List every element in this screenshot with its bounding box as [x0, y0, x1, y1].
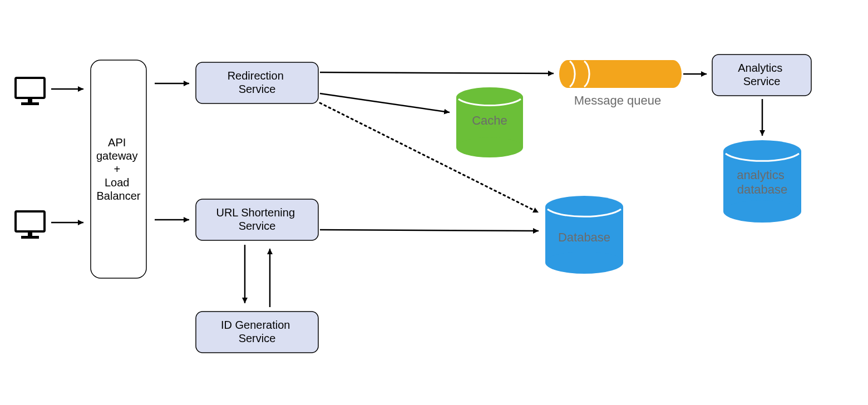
analytics-service-box: Analytics Service [712, 55, 811, 96]
svg-rect-5 [21, 236, 39, 239]
svg-rect-4 [28, 231, 32, 236]
svg-point-18 [723, 200, 801, 223]
svg-point-16 [545, 196, 623, 218]
message-queue-label: Message queue [574, 93, 662, 107]
svg-point-13 [456, 87, 523, 107]
client-icon-1 [16, 78, 45, 105]
analytics-db-cylinder: analytics database [723, 140, 801, 223]
redirection-service-box: Redirection Service [196, 62, 318, 103]
arrow-redirection-cache [320, 93, 450, 112]
svg-rect-2 [21, 102, 39, 105]
analytics-db-label: analytics database [737, 168, 788, 196]
svg-rect-20 [568, 60, 673, 88]
database-cylinder: Database [545, 196, 623, 274]
arrow-urlshort-db [320, 230, 539, 231]
svg-rect-3 [16, 211, 45, 231]
cache-label: Cache [472, 113, 507, 127]
client-icon-2 [16, 211, 45, 239]
id-generation-service-box: ID Generation Service [196, 312, 318, 353]
cache-cylinder: Cache [456, 87, 523, 157]
architecture-diagram: API gateway + Load Balancer Redirection … [0, 0, 868, 405]
svg-point-19 [723, 140, 801, 162]
svg-rect-1 [28, 98, 32, 102]
api-gateway-box: API gateway + Load Balancer [91, 60, 146, 278]
svg-point-21 [665, 60, 682, 88]
arrow-redirection-mq [320, 72, 554, 73]
svg-point-15 [545, 251, 623, 274]
database-label: Database [558, 230, 610, 244]
message-queue-cylinder: Message queue [559, 60, 682, 107]
url-shortening-service-box: URL Shortening Service [196, 199, 318, 240]
svg-point-12 [456, 137, 523, 157]
svg-rect-0 [16, 78, 45, 98]
